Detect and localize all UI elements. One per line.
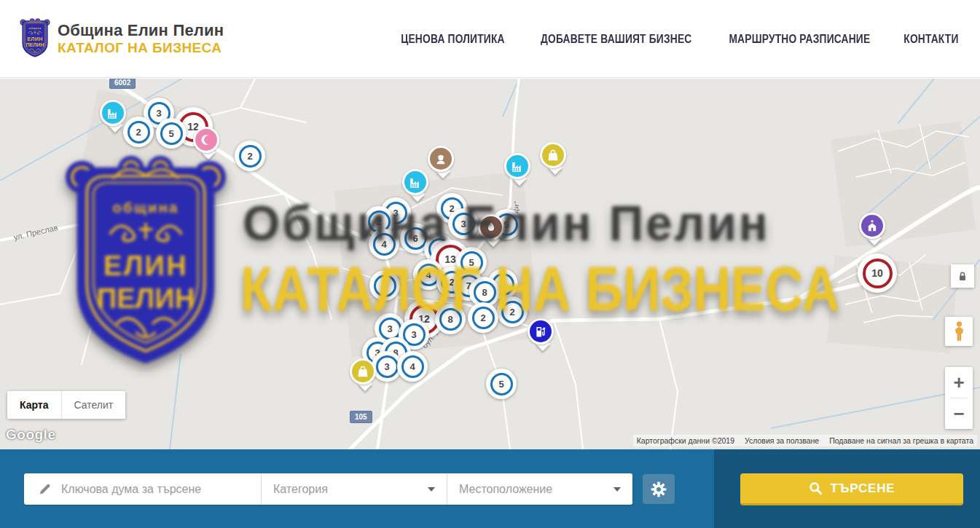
cluster-count: 2: [501, 301, 524, 323]
shopping-bag-pin-marker[interactable]: [540, 142, 571, 178]
cluster-marker[interactable]: 5: [156, 118, 187, 149]
shopping-bag-icon: [546, 149, 560, 162]
map-attribution: Картографски данни ©2019 Условия за полз…: [633, 435, 977, 446]
location-select-value: Местоположение: [459, 483, 552, 496]
search-box: Категория Местоположение: [24, 473, 632, 505]
map-type-switcher: Карта Сателит: [7, 391, 125, 419]
cluster-count: 8: [474, 281, 496, 304]
cluster-count: 2: [239, 145, 262, 168]
keyword-search-input[interactable]: [61, 483, 261, 496]
terms-of-use-link[interactable]: Условия за ползване: [745, 436, 819, 445]
cluster-marker[interactable]: 2: [123, 117, 154, 147]
search-bar: Категория Местоположение: [0, 449, 980, 528]
pegman-control[interactable]: [945, 317, 973, 346]
fuel-icon: [534, 325, 547, 338]
gear-icon: [650, 481, 667, 498]
flame-pin-marker[interactable]: [478, 214, 509, 251]
crescent-pin-marker[interactable]: [193, 127, 224, 163]
cluster-marker[interactable]: 4: [397, 351, 428, 382]
zoom-out-button[interactable]: −: [945, 398, 973, 429]
cluster-marker[interactable]: 2: [497, 296, 528, 327]
map-type-map-button[interactable]: Карта: [7, 391, 61, 419]
cluster-marker[interactable]: 2: [235, 141, 265, 171]
cluster-marker[interactable]: 4: [369, 229, 399, 259]
nav-add-your-business[interactable]: ДОБАВЕТЕ ВАШИЯТ БИЗНЕС: [541, 32, 691, 45]
pegman-icon: [953, 321, 965, 342]
map-canvas[interactable]: община ЕЛИН ПЕЛИН Община Елин Пелин КАТА…: [0, 79, 980, 449]
lock-icon: [957, 271, 968, 282]
factory-icon: [106, 106, 119, 119]
location-select[interactable]: Местоположение: [447, 473, 632, 505]
road-label: 105: [350, 411, 372, 423]
zoom-in-button[interactable]: +: [945, 367, 973, 398]
cluster-count: 4: [373, 233, 396, 256]
site-title: Община Елин Пелин: [58, 22, 224, 40]
category-select-value: Категория: [273, 483, 328, 496]
search-button-label: ТЪРСЕНЕ: [831, 481, 895, 496]
cluster-count: 3: [379, 318, 401, 340]
svg-text:община: община: [28, 27, 41, 30]
search-icon: [809, 481, 823, 495]
shopping-bag-pin-marker[interactable]: [350, 358, 380, 395]
crescent-icon: [200, 133, 213, 146]
report-map-error-link[interactable]: Подаване на сигнал за грешка в картата: [829, 436, 973, 445]
zoom-control: + −: [945, 367, 973, 429]
factory-pin-marker[interactable]: [402, 169, 433, 205]
pencil-icon: [38, 482, 52, 496]
nav-route-schedule[interactable]: МАРШРУТНО РАЗПИСАНИЕ: [729, 32, 871, 45]
shopping-bag-icon: [356, 365, 369, 378]
header: община ЕЛИН ПЕЛИН Община Елин Пелин КАТА…: [0, 0, 980, 78]
chevron-down-icon: [428, 487, 435, 492]
municipality-crest-icon: община ЕЛИН ПЕЛИН: [20, 17, 50, 60]
flame-icon: [485, 221, 498, 234]
cluster-count: 6: [404, 227, 427, 250]
keyword-field-wrap: [24, 473, 261, 505]
cluster-marker[interactable]: 2: [369, 270, 400, 301]
cluster-marker[interactable]: 3: [448, 208, 479, 239]
site-logo[interactable]: община ЕЛИН ПЕЛИН Община Елин Пелин КАТА…: [0, 17, 224, 60]
map-type-satellite-button[interactable]: Сателит: [61, 391, 126, 419]
page: община ЕЛИН ПЕЛИН Община Елин Пелин КАТА…: [0, 0, 980, 528]
cluster-count: 5: [490, 373, 513, 395]
category-select[interactable]: Категория: [262, 473, 447, 505]
cluster-count: 4: [401, 355, 424, 378]
cluster-marker[interactable]: 10: [858, 253, 897, 293]
church-pin-marker[interactable]: [859, 213, 890, 249]
cluster-count: 2: [128, 121, 150, 143]
cluster-count: 2: [472, 307, 495, 329]
factory-pin-marker[interactable]: [504, 153, 535, 189]
cluster-count: 8: [439, 308, 462, 331]
cluster-count: 3: [452, 213, 475, 235]
advanced-search-button[interactable]: [643, 474, 675, 504]
cluster-count: 5: [160, 122, 183, 145]
svg-text:ЕЛИН: ЕЛИН: [27, 36, 43, 42]
svg-text:ПЕЛИН: ПЕЛИН: [26, 42, 44, 48]
factory-icon: [409, 176, 422, 189]
worker-icon: [434, 152, 447, 165]
cluster-count: 10: [863, 259, 893, 288]
cluster-marker[interactable]: 2: [468, 302, 498, 333]
search-submit-button[interactable]: ТЪРСЕНЕ: [740, 473, 963, 505]
cluster-marker[interactable]: 8: [435, 304, 466, 334]
google-logo[interactable]: Google: [6, 427, 55, 443]
main-nav: ЦЕНОВА ПОЛИТИКА ДОБАВЕТЕ ВАШИЯТ БИЗНЕС М…: [396, 33, 980, 45]
factory-icon: [511, 159, 524, 173]
cluster-marker[interactable]: 5: [486, 369, 517, 399]
chevron-down-icon: [614, 487, 621, 492]
map-data-copyright: Картографски данни ©2019: [637, 436, 734, 445]
road-label: 6002: [109, 79, 136, 89]
lock-scroll-button[interactable]: [951, 264, 974, 288]
fuel-pin-marker[interactable]: [528, 318, 558, 355]
nav-contacts[interactable]: КОНТАКТИ: [903, 32, 958, 45]
church-icon: [866, 219, 879, 232]
nav-pricing-policy[interactable]: ЦЕНОВА ПОЛИТИКА: [401, 32, 504, 45]
cluster-count: 2: [374, 275, 396, 297]
site-subtitle: КАТАЛОГ НА БИЗНЕСА: [58, 40, 224, 55]
